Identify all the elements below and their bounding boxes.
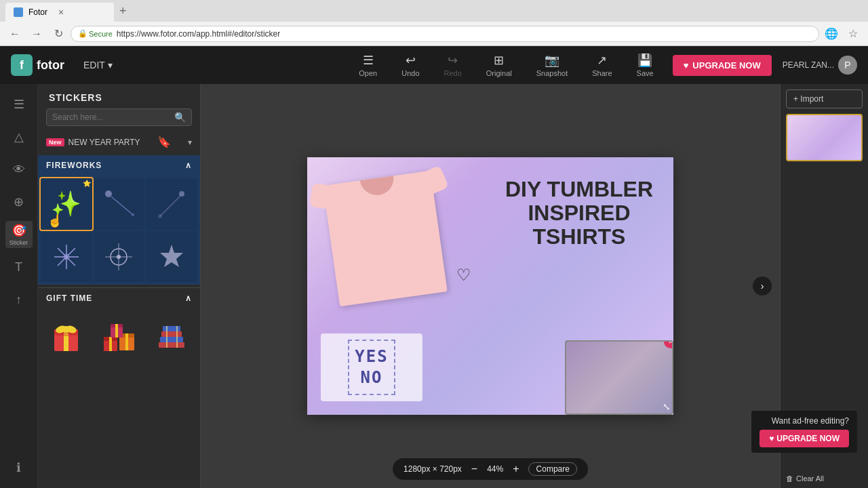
nav-icons: 🌐 ☆ <box>822 24 863 43</box>
sidebar-item-menu[interactable]: ☰ <box>5 91 33 118</box>
browser-tab[interactable]: Fotor × <box>5 3 114 22</box>
save-btn[interactable]: 💾 Save <box>631 50 659 80</box>
translate-btn[interactable]: 🌐 <box>822 24 841 43</box>
search-icon: 🔍 <box>174 112 186 123</box>
svg-rect-35 <box>163 326 180 331</box>
search-input[interactable] <box>52 113 174 122</box>
search-bar[interactable]: 🔍 <box>46 108 192 126</box>
user-info: PEARL ZAN... P <box>783 56 857 75</box>
design-text: DIY TUMBLER INSPIRED TSHIRTS <box>505 178 653 249</box>
tshirt-container <box>321 164 450 306</box>
new-tab-btn[interactable]: + <box>114 1 132 21</box>
thumbnail-img <box>566 342 672 413</box>
resolution-display: 868px × 488px <box>403 464 462 474</box>
new-badge: New <box>46 138 64 146</box>
bookmark-icon: 🔖 <box>157 136 171 148</box>
svg-rect-34 <box>161 331 182 337</box>
compare-btn[interactable]: Compare <box>529 462 577 476</box>
new-year-party-label: NEW YEAR PARTY <box>68 138 140 147</box>
sticker-comet[interactable] <box>146 178 197 230</box>
svg-point-5 <box>158 214 162 218</box>
snapshot-btn[interactable]: 📷 Snapshot <box>531 50 573 80</box>
secure-badge: 🔒 Secure <box>78 29 113 38</box>
sidebar-item-text[interactable]: T <box>5 253 33 281</box>
design-canvas: DIY TUMBLER INSPIRED TSHIRTS ♡ YESNO Aes… <box>307 157 673 415</box>
ad-upgrade-btn[interactable]: ♥ UPGRADE NOW <box>760 430 849 447</box>
fireworks-header[interactable]: FIREWORKS ∧ <box>38 155 200 176</box>
canvas-next-btn[interactable]: › <box>753 277 772 296</box>
bookmark-btn[interactable]: ☆ <box>844 24 863 43</box>
toolbar-tools: ☰ Open ↩ Undo ↪ Redo ⊞ Original 📷 Snapsh… <box>353 50 658 80</box>
svg-rect-25 <box>109 337 112 351</box>
svg-line-1 <box>111 197 132 214</box>
ad-text: Want ad-free editing? <box>772 416 849 426</box>
sidebar-item-tools[interactable]: ⊕ <box>5 188 33 216</box>
back-btn[interactable]: ← <box>5 24 24 43</box>
url-display: https://www.fotor.com/app.html#/editor/s… <box>117 29 280 39</box>
gift-time-header[interactable]: GIFT TIME ∧ <box>38 287 200 308</box>
svg-marker-15 <box>160 245 183 267</box>
sticker-shooting-star[interactable] <box>94 178 145 230</box>
gift-time-collapse-icon: ∧ <box>185 293 192 303</box>
sidebar-item-sticker[interactable]: 🎯 Sticker <box>5 221 33 248</box>
thumbnail-expand-icon: ⤡ <box>663 401 671 412</box>
gift-time-category: GIFT TIME ∧ <box>38 287 200 365</box>
original-btn[interactable]: ⊞ Original <box>481 50 517 80</box>
fireworks-category: FIREWORKS ∧ ✨ ⭐ ☝ <box>38 155 200 285</box>
sidebar-item-eye[interactable]: 👁 <box>5 156 33 183</box>
fotor-logo-text: fotor <box>37 58 64 73</box>
sticker-books-stacked[interactable] <box>146 311 197 363</box>
svg-point-2 <box>132 214 134 216</box>
gift-sticker-grid <box>38 308 200 365</box>
sidebar-icons: ☰ △ 👁 ⊕ 🎯 Sticker T ↑ ℹ <box>0 84 38 488</box>
ad-banner: Want ad-free editing? ♥ UPGRADE NOW <box>751 411 857 453</box>
tab-close-btn[interactable]: × <box>58 7 64 18</box>
tshirt-sleeve-right <box>408 165 449 201</box>
sidebar-item-shape[interactable]: △ <box>5 123 33 150</box>
svg-rect-32 <box>159 342 184 348</box>
sidebar-item-info[interactable]: ℹ <box>5 454 33 481</box>
sticker-sparkle2[interactable] <box>94 231 145 283</box>
pixel-text: YESNO <box>348 340 395 395</box>
tshirt-shape <box>323 171 447 307</box>
new-year-chevron: ▾ <box>188 138 192 147</box>
zoom-in-btn[interactable]: + <box>510 463 521 475</box>
import-btn[interactable]: + Import <box>786 89 863 108</box>
sticker-sparkle1[interactable] <box>41 231 92 283</box>
fotor-logo: f fotor <box>11 54 64 76</box>
edit-menu-btn[interactable]: EDIT ▾ <box>78 57 118 73</box>
zoom-level: 44% <box>487 464 503 474</box>
forward-btn[interactable]: → <box>27 24 46 43</box>
sticker-sparkle3[interactable] <box>146 231 197 283</box>
svg-point-22 <box>63 326 68 331</box>
undo-btn[interactable]: ↩ Undo <box>396 50 425 80</box>
new-year-badge-group: New NEW YEAR PARTY <box>46 138 140 147</box>
canvas-area: DIY TUMBLER INSPIRED TSHIRTS ♡ YESNO Aes… <box>201 84 780 488</box>
share-btn[interactable]: ↗ Share <box>587 50 617 80</box>
sticker-firework-burst[interactable]: ✨ ⭐ ☝ <box>41 178 92 230</box>
stickers-panel: STICKERS 🔍 New NEW YEAR PARTY 🔖 ▾ FIREWO… <box>38 84 201 488</box>
design-heart: ♡ <box>456 266 471 285</box>
clear-all-btn[interactable]: 🗑 Clear All <box>786 474 863 483</box>
open-btn[interactable]: ☰ Open <box>353 50 382 80</box>
redo-btn[interactable]: ↪ Redo <box>439 50 467 80</box>
svg-line-4 <box>160 196 180 216</box>
sticker-gift-box1[interactable] <box>41 311 92 363</box>
new-year-party-row[interactable]: New NEW YEAR PARTY 🔖 ▾ <box>38 131 200 152</box>
sticker-gift-boxes[interactable] <box>94 311 145 363</box>
page-thumbnail[interactable] <box>786 114 863 161</box>
address-bar[interactable]: 🔒 Secure https://www.fotor.com/app.html#… <box>71 26 819 42</box>
svg-rect-28 <box>125 333 128 350</box>
stickers-title: STICKERS <box>38 84 200 108</box>
upgrade-btn[interactable]: ♥ UPGRADE NOW <box>673 55 772 76</box>
zoom-out-btn[interactable]: − <box>469 463 480 475</box>
canvas-thumbnail: × ⤡ <box>565 340 673 415</box>
fireworks-grid: ✨ ⭐ ☝ <box>38 176 200 285</box>
status-bar: 868px × 488px − 44% + Compare <box>393 458 588 480</box>
tshirt-sleeve-left <box>310 183 347 211</box>
reload-btn[interactable]: ↻ <box>49 24 68 43</box>
tab-title: Fotor <box>28 7 47 17</box>
svg-rect-33 <box>160 337 183 342</box>
tab-favicon <box>14 7 23 17</box>
sidebar-item-upload[interactable]: ↑ <box>5 286 33 313</box>
